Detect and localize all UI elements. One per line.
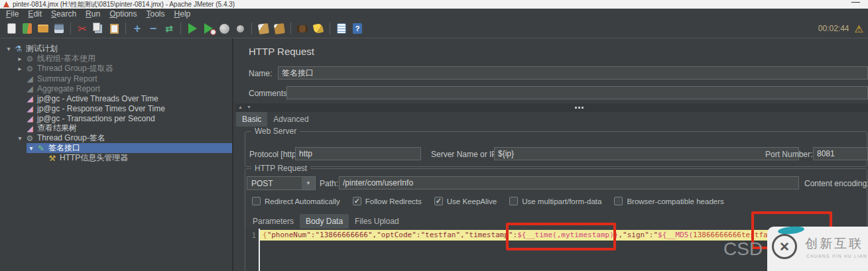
checkbox-browser-compatible-headers[interactable]: Browser-compatible headers <box>614 197 723 205</box>
watermark-logo-icon: ✕ <box>772 234 797 259</box>
splitter-handle-icon[interactable] <box>575 107 577 109</box>
tab-basic[interactable]: Basic <box>236 112 267 127</box>
start-no-timers-button[interactable] <box>202 22 215 35</box>
clear-search-button[interactable] <box>312 22 325 35</box>
gear-icon: ⚙ <box>25 54 35 64</box>
expander-open-icon[interactable]: ▾ <box>4 45 13 52</box>
menu-edit[interactable]: Edit <box>23 9 46 19</box>
body-segment: ,"sign":" <box>618 231 658 239</box>
toolbar-separator <box>330 23 330 34</box>
tab-parameters[interactable]: Parameters <box>247 214 300 229</box>
start-icon <box>188 23 197 34</box>
tree-item-label: jp@gc - Response Times Over Time <box>37 104 165 113</box>
gear-icon: ⚙ <box>25 134 35 143</box>
tree-item-summary-report[interactable]: ◢Summary Report <box>15 74 232 83</box>
checkbox-label: Redirect Automatically <box>265 197 340 205</box>
checkbox-unchecked-icon[interactable] <box>509 197 518 205</box>
splitter-bar[interactable]: ▲ ▼ <box>235 103 868 112</box>
tree-item-查看结果树[interactable]: ◢查看结果树 <box>15 123 232 133</box>
server-name-input[interactable] <box>494 147 799 160</box>
watermark-brand: 创新互联 <box>805 235 863 252</box>
watermark-panel: ✕ 创新互联 CHUANG XIN HU LIAN <box>767 227 868 271</box>
gear-icon: ⚙ <box>25 64 35 74</box>
copy-button[interactable] <box>92 22 105 35</box>
toggle-button[interactable]: ⇄ <box>162 22 176 35</box>
function-helper-button[interactable] <box>335 22 348 35</box>
remove-button[interactable]: − <box>147 22 160 35</box>
search-button[interactable] <box>296 22 309 35</box>
path-input[interactable] <box>339 176 799 190</box>
help-button[interactable]: ? <box>351 22 364 35</box>
open-file-button[interactable] <box>36 22 50 35</box>
expander-open-icon[interactable]: ▾ <box>27 144 36 152</box>
minimize-button[interactable]: — <box>851 0 860 7</box>
tree-item-thread-group-提取器[interactable]: ▸⚙Thread Group-提取器 <box>15 64 232 74</box>
line-number: 1 <box>245 231 256 240</box>
sampler-icon: ✎ <box>36 144 46 153</box>
options-checkbox-row: Redirect Automatically✓Follow Redirects✓… <box>252 197 724 205</box>
expander-open-icon[interactable]: ▾ <box>15 135 25 142</box>
splitter-collapse-icon[interactable]: ▲ ▼ <box>238 105 253 109</box>
checkbox-use-multipart-form-data[interactable]: Use multipart/form-data <box>509 197 601 205</box>
tab-advanced[interactable]: Advanced <box>267 112 314 127</box>
menu-search[interactable]: Search <box>46 9 81 19</box>
clear-button[interactable] <box>257 22 270 35</box>
add-icon: + <box>134 22 141 36</box>
cut-icon: ✂ <box>78 23 86 35</box>
port-input[interactable] <box>813 147 868 160</box>
tab-body-data[interactable]: Body Data <box>300 214 349 229</box>
tree-item-jp-gc-transactions-per-second[interactable]: ◢jp@gc - Transactions per Second <box>15 113 232 123</box>
body-segment: ${__MD5( <box>658 231 693 239</box>
save-button[interactable] <box>52 22 66 35</box>
tree-item-jp-gc-response-times-over-time[interactable]: ◢jp@gc - Response Times Over Time <box>15 103 232 113</box>
expander-closed-icon[interactable]: ▸ <box>15 65 25 72</box>
menu-options[interactable]: Options <box>105 9 141 19</box>
checkbox-follow-redirects[interactable]: ✓Follow Redirects <box>353 197 422 205</box>
start-button[interactable] <box>186 22 199 35</box>
tree-item-签名接口[interactable]: ▾✎签名接口 <box>27 143 232 153</box>
checkbox-unchecked-icon[interactable] <box>614 197 623 205</box>
tree-item-jp-gc-active-threads-over-time[interactable]: ◢jp@gc - Active Threads Over Time <box>15 93 232 103</box>
menu-file[interactable]: File <box>1 9 23 19</box>
menu-help[interactable]: Help <box>170 9 196 19</box>
shutdown-button[interactable] <box>233 22 247 35</box>
name-input[interactable] <box>278 66 868 80</box>
tree-item-thread-group-签名[interactable]: ▾⚙Thread Group-签名 <box>15 133 232 143</box>
comments-input[interactable] <box>286 86 868 99</box>
checkbox-unchecked-icon[interactable] <box>252 197 261 205</box>
chart-icon: ◢ <box>25 74 35 83</box>
clear-icon <box>258 23 269 34</box>
menu-tools[interactable]: Tools <box>142 9 170 19</box>
warning-triangle-icon[interactable]: ⚠ <box>855 24 863 34</box>
expander-closed-icon[interactable]: ▸ <box>15 55 25 62</box>
checkbox-checked-icon[interactable]: ✓ <box>353 197 361 205</box>
paste-button[interactable] <box>107 22 121 35</box>
templates-button[interactable] <box>21 22 34 35</box>
checkbox-label: Follow Redirects <box>365 197 422 205</box>
protocol-input[interactable] <box>295 147 421 160</box>
tree-item-线程组-基本使用[interactable]: ▸⚙线程组-基本使用 <box>15 54 232 64</box>
cut-button[interactable]: ✂ <box>76 22 89 35</box>
new-file-icon <box>7 23 16 34</box>
tab-files-upload[interactable]: Files Upload <box>349 214 405 229</box>
tree-item-aggregate-report[interactable]: ◢Aggregate Report <box>15 83 232 93</box>
clear-all-icon <box>274 23 285 34</box>
checkbox-checked-icon[interactable]: ✓ <box>434 197 443 205</box>
checkbox-redirect-automatically[interactable]: Redirect Automatically <box>252 197 340 205</box>
title-bar: pinter-0814.jmx (H:\性能测试\0815\pinter-081… <box>0 0 868 9</box>
add-button[interactable]: + <box>131 22 144 35</box>
toolbar: ✂+−⇄? 00:02:44 ⚠ <box>0 19 868 38</box>
body-segment: "phoneNum":"13866666666","optCode":"test… <box>267 231 518 239</box>
new-file-button[interactable] <box>5 22 18 35</box>
stop-icon <box>219 24 229 34</box>
clear-all-button[interactable] <box>273 22 286 35</box>
name-label: Name: <box>249 69 272 78</box>
checkbox-use-keepalive[interactable]: ✓Use KeepAlive <box>434 197 497 205</box>
tree-item-http信息头管理器[interactable]: ⚒HTTP信息头管理器 <box>38 153 232 163</box>
menu-run[interactable]: Run <box>81 9 105 19</box>
chevron-down-icon[interactable]: ▼ <box>302 177 315 190</box>
stop-button[interactable] <box>217 22 231 35</box>
method-dropdown[interactable]: POST ▼ <box>247 176 316 190</box>
tree-item-测试计划[interactable]: ▾⚗测试计划 <box>4 44 232 54</box>
jmeter-app-icon <box>3 1 9 7</box>
